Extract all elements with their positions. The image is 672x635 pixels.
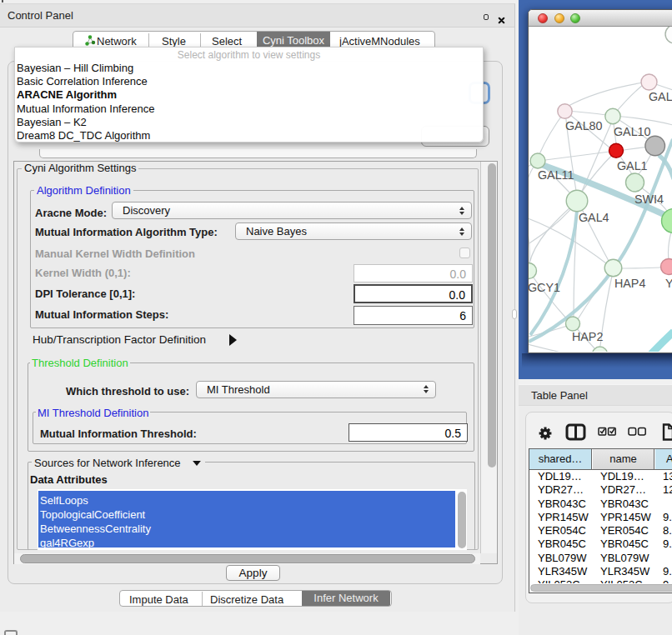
- svg-text:GAL11: GAL11: [538, 168, 574, 182]
- svg-text:HAP2: HAP2: [572, 330, 603, 343]
- svg-text:Y: Y: [665, 277, 672, 290]
- svg-text:SWI4: SWI4: [634, 192, 664, 206]
- svg-text:GAL1: GAL1: [617, 159, 648, 172]
- svg-text:GAL4: GAL4: [579, 211, 609, 224]
- svg-text:HAP4: HAP4: [614, 277, 645, 290]
- svg-text:GAL7: GAL7: [649, 90, 672, 103]
- svg-text:GCY1: GCY1: [529, 281, 560, 294]
- svg-text:GAL80: GAL80: [565, 119, 603, 132]
- svg-text:GAL10: GAL10: [614, 125, 651, 138]
